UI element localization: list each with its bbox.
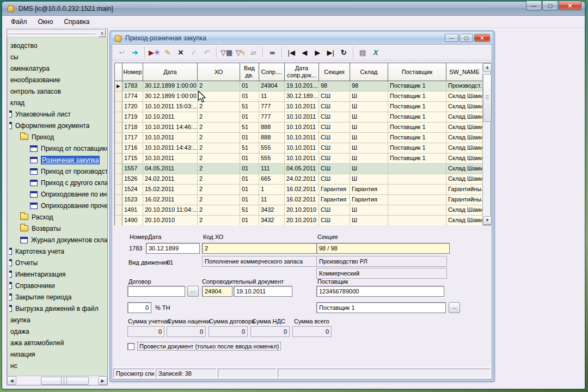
dogovor-lookup-button[interactable]: ... (187, 286, 199, 297)
tn-percent-field[interactable]: 0 (127, 302, 151, 313)
main-title-bar[interactable]: DMS [ic@10.0.0.232:1521:main] — ▢ ✕ (2, 2, 585, 16)
sidebar-item-18[interactable]: Картотека учета (7, 246, 107, 257)
return-button[interactable]: ↩ (115, 46, 128, 59)
sopr-date-field[interactable]: 19.10.2011 (234, 286, 292, 297)
table-row[interactable]: 171710.10.201120188810.10.2011СШШПоставщ… (115, 133, 482, 143)
provesti-checkbox[interactable] (127, 343, 134, 350)
grid-column-header[interactable]: Секция (319, 63, 350, 81)
nav-next-button[interactable]: ▶ (311, 46, 324, 59)
sidebar-item-2[interactable]: оменклатура (7, 63, 107, 74)
sidebar-item-24[interactable]: акупка (7, 314, 107, 326)
table-row[interactable]: 171910.10.201120177710.10.2011СШШПоставщ… (115, 112, 482, 122)
table-row[interactable]: 152624.02.201120166524.02.2011СШШСклад Ш… (115, 174, 482, 185)
nav-first-button[interactable]: |◀ (285, 46, 298, 59)
sopr-number-field[interactable]: 24904 (202, 286, 232, 297)
menu-item-1[interactable]: Окно (33, 16, 59, 27)
sidebar-item-6[interactable]: Упаковочный лист (7, 108, 107, 120)
post-record-button[interactable]: ✓ (187, 46, 200, 59)
grid-column-header[interactable]: Номер (122, 63, 143, 81)
filter-dialog-button[interactable]: ▽▦ (219, 46, 234, 59)
search-button[interactable]: ∞ (266, 46, 279, 59)
sidebar-item-0[interactable]: зводство (7, 40, 107, 51)
scroll-left-icon[interactable]: ◀ (7, 376, 16, 385)
sidebar-item-19[interactable]: Отчеты (7, 257, 107, 268)
sidebar-item-3[interactable]: енообразование (7, 74, 107, 85)
minimize-button[interactable]: — (526, 1, 542, 10)
sidebar-item-15[interactable]: Расход (7, 211, 107, 223)
panel-grab-handle[interactable] (9, 32, 95, 34)
nav-last-button[interactable]: ▶| (324, 46, 337, 59)
provesti-checkbox-label[interactable]: Провести документ (только после ввода но… (137, 342, 281, 351)
tree-horizontal-scrollbar[interactable]: ◀ ▶ (7, 376, 107, 385)
filter-quick-button[interactable]: ▽ϟ (234, 46, 247, 59)
grid-column-header[interactable]: ХО (198, 63, 240, 81)
export-excel-button[interactable]: X (369, 46, 382, 59)
grid-scrollbar-thumb[interactable] (483, 74, 492, 122)
table-row[interactable]: 171610.10.2011 14:43:...25155510.10.2011… (115, 143, 482, 154)
sidebar-item-27[interactable]: низация (7, 348, 107, 360)
menu-item-2[interactable]: Справка (58, 16, 95, 27)
kod-ho-field[interactable]: 2 (202, 243, 317, 254)
postavshik-code-field[interactable]: 123456789000 (316, 286, 444, 297)
dogovor-field[interactable] (127, 286, 185, 297)
table-row[interactable]: 152316.02.20112011116.02.2011ГарантияГар… (115, 195, 482, 205)
child-maximize-button[interactable]: ▢ (460, 34, 473, 42)
child-title-bar[interactable]: Приход-розничная закупка — ▢ ✕ (112, 32, 492, 44)
postavshik-name-field[interactable]: Поставщик 1 (316, 302, 446, 313)
sidebar-item-14[interactable]: Оприходование прочее (7, 200, 107, 211)
open-form-button[interactable]: ➔ (128, 46, 142, 59)
grid-column-header[interactable]: Вид дв. (240, 63, 259, 81)
sidebar-item-23[interactable]: Выгрузка движений в файл (7, 303, 107, 314)
sidebar-item-17[interactable]: Журнал документов склада (7, 234, 107, 246)
sidebar-item-25[interactable]: одажа (7, 326, 107, 337)
sidebar-item-11[interactable]: Приход от производства (7, 166, 107, 177)
sidebar-item-4[interactable]: онтроль запасов (7, 85, 107, 97)
grid-column-header[interactable]: Дата (143, 63, 198, 81)
grid-column-header[interactable]: Поставщик (388, 63, 446, 81)
scrollbar-thumb[interactable] (41, 377, 89, 385)
child-close-button[interactable]: ✕ (474, 34, 490, 42)
nav-prior-button[interactable]: ◀ (298, 46, 311, 59)
panel-close-button[interactable]: x (99, 30, 106, 37)
sidebar-item-26[interactable]: ажа автомобилей (7, 337, 107, 348)
sidebar-item-5[interactable]: клад (7, 97, 107, 108)
sidebar-item-22[interactable]: Закрытие периода (7, 291, 107, 303)
maximize-button[interactable]: ▢ (542, 1, 558, 10)
sidebar-item-1[interactable]: сы (7, 51, 107, 63)
table-row[interactable]: 149120.10.2010 11:04:...251343220.10.201… (115, 205, 482, 216)
cancel-edit-button[interactable]: ↶ (200, 46, 213, 59)
filter-clear-button[interactable]: ▱ (247, 46, 260, 59)
edit-record-button[interactable]: ✎ (161, 46, 174, 59)
table-row[interactable]: 171810.10.2011 14:46:...25188810.10.2011… (115, 122, 482, 133)
table-row[interactable]: 177430.12.1899 1:00:002011130.12.189...С… (115, 91, 482, 102)
child-minimize-button[interactable]: — (445, 34, 458, 42)
table-row[interactable]: 172010.10.2011 15:03:...25177710.10.2011… (115, 102, 482, 112)
table-row[interactable]: 149020.10.2010201343220.10.2010СШШСклад … (115, 216, 482, 226)
sidebar-item-10[interactable]: Розничная закупка (7, 154, 107, 166)
grid-column-header[interactable]: SW_NAME (446, 63, 482, 81)
postavshik-lookup-button[interactable]: ... (449, 302, 460, 313)
insert-record-button[interactable]: ▶✳ (148, 46, 161, 59)
scroll-right-icon[interactable]: ▶ (98, 376, 107, 385)
sidebar-item-20[interactable]: Инвентаризация (7, 268, 107, 280)
sidebar-item-8[interactable]: Приход (7, 131, 107, 143)
date-field[interactable]: 30.12.1899 (146, 243, 200, 254)
grid-column-header[interactable]: Сопр.... (259, 63, 285, 81)
menu-item-0[interactable]: Файл (5, 16, 33, 27)
table-row[interactable]: 155704.05.201120111104.05.2011СШШСклад Ш… (115, 164, 482, 174)
table-row[interactable]: 152415.02.2011201116.02.2011ГарантияГара… (115, 185, 482, 195)
grid-column-header[interactable]: Дата сопр.док... (285, 63, 319, 81)
close-button[interactable]: ✕ (559, 1, 581, 10)
sekcia-field[interactable]: 98 / 98 (316, 243, 450, 254)
sidebar-item-16[interactable]: Возвраты (7, 223, 107, 234)
table-row[interactable]: ▶178330.12.1899 1:00:002012490419.10.201… (115, 81, 482, 91)
table-row[interactable]: 171510.10.201120155510.10.2011СШШПоставщ… (115, 154, 482, 164)
sidebar-item-28[interactable]: нс (7, 360, 107, 371)
grid-vertical-scrollbar[interactable]: ▲ ▼ (482, 63, 491, 225)
sidebar-item-9[interactable]: Приход от поставщиков (7, 143, 107, 154)
sidebar-item-21[interactable]: Справочники (7, 280, 107, 291)
scroll-up-icon[interactable]: ▲ (483, 63, 492, 72)
print-button[interactable]: ▤ (356, 46, 369, 59)
sidebar-item-12[interactable]: Приход с другого склада (7, 177, 107, 188)
sidebar-item-13[interactable]: Оприходование по инвен (7, 188, 107, 200)
